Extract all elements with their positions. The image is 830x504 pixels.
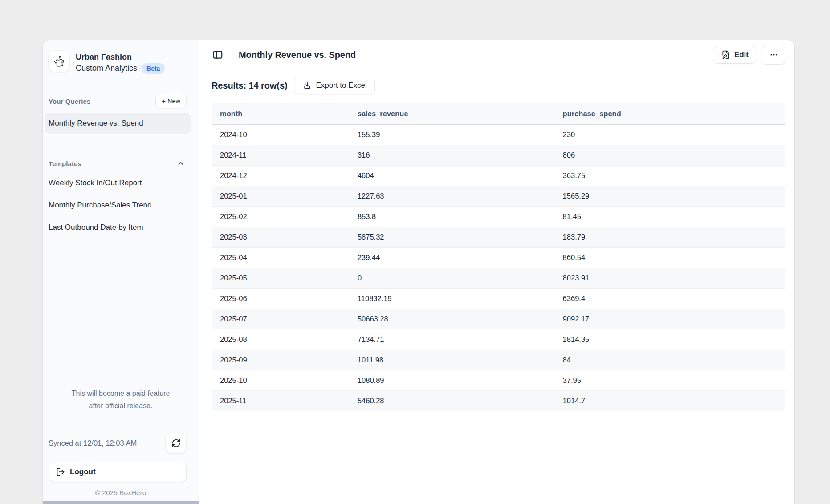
templates-header: Templates <box>43 156 199 171</box>
table-cell: 84 <box>555 350 785 370</box>
edit-label: Edit <box>734 50 749 59</box>
refresh-button[interactable] <box>165 433 187 453</box>
table-cell: 155.39 <box>350 125 555 145</box>
panel-left-icon <box>212 49 224 61</box>
sidebar-item-weekly-stock-report[interactable]: Weekly Stock In/Out Report <box>45 173 191 193</box>
table-row: 2025-115460.281014.7 <box>212 391 785 411</box>
table-row: 2024-11316806 <box>212 145 785 166</box>
ellipsis-icon <box>769 50 779 60</box>
table-cell: 4604 <box>350 166 555 186</box>
sidebar-toggle-button[interactable] <box>210 47 226 63</box>
sidebar-item-last-outbound-date[interactable]: Last Outbound Date by Item <box>45 217 191 238</box>
workspace-logo <box>49 51 69 72</box>
table-cell: 183.79 <box>555 227 785 248</box>
page-title: Monthly Revenue vs. Spend <box>239 50 356 60</box>
table-cell: 2025-10 <box>212 370 350 391</box>
table-cell: 363.75 <box>555 166 785 186</box>
table-cell: 1011.98 <box>350 350 555 370</box>
table-row: 2025-0508023.91 <box>212 268 785 289</box>
workspace-name: Urban Fashion <box>76 52 165 63</box>
table-cell: 37.95 <box>555 370 785 391</box>
column-header-purchase-spend: purchase_spend <box>555 103 785 125</box>
tshirt-icon <box>52 54 67 69</box>
table-cell: 2025-09 <box>212 350 350 370</box>
results-summary: Results: 14 row(s) <box>212 81 287 91</box>
table-cell: 1565.29 <box>555 186 785 207</box>
your-queries-header: Your Queries + New <box>43 93 199 109</box>
table-header-row: month sales_revenue purchase_spend <box>212 103 785 125</box>
table-cell: 1080.89 <box>350 370 555 391</box>
table-cell: 2025-03 <box>212 227 350 248</box>
workspace-header: Urban Fashion Custom Analytics Beta <box>43 40 199 74</box>
sidebar-item-monthly-purchase-sales-trend[interactable]: Monthly Purchase/Sales Trend <box>45 195 191 215</box>
sidebar-bottom-strip <box>43 501 199 504</box>
page-header: Monthly Revenue vs. Spend Edit <box>199 40 794 69</box>
column-header-month: month <box>212 103 350 125</box>
product-name: Custom Analytics <box>76 63 137 74</box>
table-cell: 806 <box>555 145 785 166</box>
table-cell: 81.45 <box>555 207 785 227</box>
table-cell: 2025-04 <box>212 248 350 268</box>
templates-collapse-button[interactable] <box>175 158 187 169</box>
table-row: 2025-06110832.196369.4 <box>212 289 785 309</box>
paid-feature-note: This will become a paid feature after of… <box>43 387 199 412</box>
table-cell: 2024-11 <box>212 145 350 166</box>
chevron-up-icon <box>177 159 185 167</box>
table-cell: 2025-07 <box>212 309 350 329</box>
column-header-sales-revenue: sales_revenue <box>350 103 555 125</box>
beta-badge: Beta <box>142 63 165 74</box>
table-cell: 860.54 <box>555 248 785 268</box>
table-cell: 2025-06 <box>212 289 350 309</box>
table-row: 2025-091011.9884 <box>212 350 785 370</box>
sync-status-text: Synced at 12/01, 12:03 AM <box>49 439 137 447</box>
table-row: 2025-02853.881.45 <box>212 207 785 227</box>
table-cell: 8023.91 <box>555 268 785 289</box>
table-row: 2025-011227.631565.29 <box>212 186 785 207</box>
results-table: month sales_revenue purchase_spend 2024-… <box>212 103 785 411</box>
table-cell: 50663.28 <box>350 309 555 329</box>
table-cell: 853.8 <box>350 207 555 227</box>
sidebar-item-monthly-revenue-vs-spend[interactable]: Monthly Revenue vs. Spend <box>45 113 191 134</box>
logout-label: Logout <box>70 467 96 476</box>
app-window: Urban Fashion Custom Analytics Beta Your… <box>43 40 794 504</box>
table-row: 2025-035875.32183.79 <box>212 227 785 248</box>
table-row: 2025-04239.44860.54 <box>212 248 785 268</box>
table-cell: 5875.32 <box>350 227 555 248</box>
table-row: 2025-0750663.289092.17 <box>212 309 785 329</box>
download-icon <box>303 81 312 90</box>
copyright-text: © 2025 BoxHero <box>43 489 199 497</box>
table-cell: 2025-05 <box>212 268 350 289</box>
refresh-icon <box>171 439 181 448</box>
table-cell: 1014.7 <box>555 391 785 411</box>
main-panel: Monthly Revenue vs. Spend Edit <box>199 40 794 504</box>
table-cell: 110832.19 <box>350 289 555 309</box>
edit-button[interactable]: Edit <box>714 46 756 64</box>
table-cell: 5460.28 <box>350 391 555 411</box>
table-cell: 7134.71 <box>350 329 555 350</box>
table-cell: 2025-11 <box>212 391 350 411</box>
table-cell: 1814.35 <box>555 329 785 350</box>
paid-feature-note-line1: This will become a paid feature <box>72 390 170 397</box>
table-cell: 2025-02 <box>212 207 350 227</box>
your-queries-label: Your Queries <box>49 98 90 105</box>
results-table-frame: month sales_revenue purchase_spend 2024-… <box>212 103 785 411</box>
header-divider <box>232 49 232 61</box>
table-row: 2025-101080.8937.95 <box>212 370 785 391</box>
table-cell: 2024-12 <box>212 166 350 186</box>
sidebar: Urban Fashion Custom Analytics Beta Your… <box>43 40 199 504</box>
workspace-titles: Urban Fashion Custom Analytics Beta <box>76 51 165 74</box>
export-to-excel-button[interactable]: Export to Excel <box>295 77 374 94</box>
table-cell: 1227.63 <box>350 186 555 207</box>
edit-icon <box>721 50 730 59</box>
export-label: Export to Excel <box>316 81 366 90</box>
results-table-body: 2024-10155.392302024-113168062024-124604… <box>212 125 785 411</box>
new-query-button[interactable]: + New <box>155 94 187 108</box>
templates-label: Templates <box>49 160 81 167</box>
logout-icon <box>56 467 65 476</box>
table-row: 2024-10155.39230 <box>212 125 785 145</box>
table-row: 2024-124604363.75 <box>212 166 785 186</box>
logout-button[interactable]: Logout <box>49 462 187 482</box>
table-cell: 2025-01 <box>212 186 350 207</box>
more-options-button[interactable] <box>762 45 785 65</box>
table-cell: 239.44 <box>350 248 555 268</box>
